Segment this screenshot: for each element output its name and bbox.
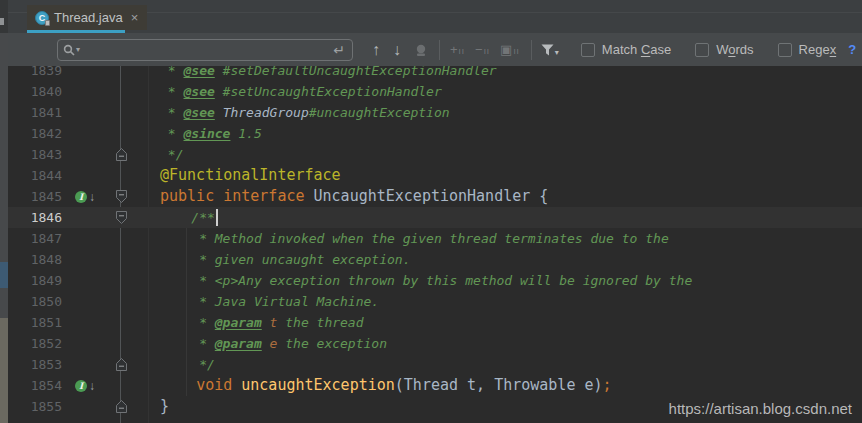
checkbox-label: Match Case xyxy=(602,42,671,57)
search-icon xyxy=(63,44,75,56)
editor-tab-bar: C Thread.java × xyxy=(8,0,862,33)
code-editor[interactable]: 1839 * @see #setDefaultUncaughtException… xyxy=(8,66,862,423)
fold-marker-icon[interactable] xyxy=(108,189,134,204)
line-number: 1843 xyxy=(8,147,62,162)
chevron-down-icon: ▾ xyxy=(555,45,559,61)
select-all-occurrences-button: ▣II xyxy=(500,42,520,57)
code-line[interactable]: 1848 * given uncaught exception. xyxy=(8,249,862,270)
fold-marker-icon[interactable] xyxy=(108,210,134,225)
line-number: 1853 xyxy=(8,357,62,372)
filter-funnel-icon xyxy=(541,44,554,56)
code-line[interactable]: 1854I↓ void uncaughtException(Thread t, … xyxy=(8,375,862,396)
search-field[interactable]: ▾ ↵ xyxy=(57,39,353,61)
background-window-strip xyxy=(0,0,8,423)
line-number: 1850 xyxy=(8,294,62,309)
gutter-icon-area[interactable]: I↓ xyxy=(62,380,108,392)
code-text[interactable]: * <p>Any exception thrown by this method… xyxy=(160,270,692,291)
watermark-url: https://artisan.blog.csdn.net xyxy=(669,400,852,417)
code-line[interactable]: 1839 * @see #setDefaultUncaughtException… xyxy=(8,66,862,81)
line-number: 1851 xyxy=(8,315,62,330)
previous-occurrence-button[interactable]: ↑ xyxy=(372,42,380,58)
checkbox-label: Words xyxy=(716,42,753,57)
gutter-icon-area[interactable]: I↓ xyxy=(62,191,108,203)
plus-icon: + xyxy=(450,42,458,57)
code-text[interactable]: * Java Virtual Machine. xyxy=(160,291,379,312)
code-line[interactable]: 1843 */ xyxy=(8,144,862,165)
code-text[interactable]: * @see ThreadGroup#uncaughtException xyxy=(160,102,450,123)
code-text[interactable]: */ xyxy=(160,354,215,375)
code-line[interactable]: 1842 * @since 1.5 xyxy=(8,123,862,144)
code-line[interactable]: 1844@FunctionalInterface xyxy=(8,165,862,186)
checkbox-icon: ▣ xyxy=(500,42,512,57)
line-number: 1842 xyxy=(8,126,62,141)
code-text[interactable]: * @param e the exception xyxy=(160,333,387,354)
find-in-selection-button[interactable] xyxy=(414,43,428,57)
checkbox-label: Regex xyxy=(799,42,837,57)
enter-icon: ↵ xyxy=(333,42,345,58)
filter-search-results-button[interactable]: ▾ xyxy=(541,39,559,61)
text-caret xyxy=(216,209,218,226)
line-number: 1852 xyxy=(8,336,62,351)
code-line[interactable]: 1850 * Java Virtual Machine. xyxy=(8,291,862,312)
code-text[interactable]: @FunctionalInterface xyxy=(160,165,341,186)
search-history-button[interactable]: ▾ xyxy=(63,44,80,56)
toolbar-separator xyxy=(439,40,440,60)
help-icon[interactable]: ? xyxy=(848,42,856,57)
regex-checkbox[interactable]: Regex xyxy=(778,42,837,57)
navigate-down-icon[interactable]: ↓ xyxy=(89,380,95,392)
tab-thread-java[interactable]: C Thread.java × xyxy=(27,5,147,30)
implemented-marker-icon[interactable]: I xyxy=(75,380,87,392)
strip-segment-top xyxy=(0,0,8,33)
remove-occurrence-button: −II xyxy=(475,42,490,57)
code-line[interactable]: 1840 * @see #setUncaughtExceptionHandler xyxy=(8,81,862,102)
line-number: 1844 xyxy=(8,168,62,183)
code-text[interactable]: * @param t the thread xyxy=(160,312,364,333)
implemented-marker-icon[interactable]: I xyxy=(75,191,87,203)
match-case-checkbox[interactable]: Match Case xyxy=(581,42,671,57)
strip-segment-olive xyxy=(0,318,8,423)
fold-marker-icon[interactable] xyxy=(108,357,134,372)
code-text[interactable]: public interface UncaughtExceptionHandle… xyxy=(160,186,548,207)
line-number: 1854 xyxy=(8,378,62,393)
add-occurrence-button: +II xyxy=(450,42,465,57)
code-text[interactable]: * @see #setDefaultUncaughtExceptionHandl… xyxy=(160,66,497,81)
code-line[interactable]: 1853 */ xyxy=(8,354,862,375)
code-line[interactable]: 1847 * Method invoked when the given thr… xyxy=(8,228,862,249)
search-input[interactable] xyxy=(80,41,333,59)
readonly-lock-icon xyxy=(45,20,50,26)
strip-segment-lower xyxy=(0,288,8,318)
tab-close-icon[interactable]: × xyxy=(131,11,139,24)
code-text[interactable]: * Method invoked when the given thread t… xyxy=(160,228,669,249)
code-line[interactable]: 1849 * <p>Any exception thrown by this m… xyxy=(8,270,862,291)
checkbox-box[interactable] xyxy=(695,43,709,57)
code-text[interactable]: * @since 1.5 xyxy=(160,123,262,144)
editor-rows: 1839 * @see #setDefaultUncaughtException… xyxy=(8,66,862,417)
checkbox-box[interactable] xyxy=(581,43,595,57)
line-number: 1848 xyxy=(8,252,62,267)
code-text[interactable]: */ xyxy=(160,144,183,165)
words-checkbox[interactable]: Words xyxy=(695,42,753,57)
line-number: 1845 xyxy=(8,189,62,204)
strip-segment-mid xyxy=(0,33,8,262)
code-line[interactable]: 1841 * @see ThreadGroup#uncaughtExceptio… xyxy=(8,102,862,123)
code-text[interactable]: * given uncaught exception. xyxy=(160,249,410,270)
line-number: 1855 xyxy=(8,399,62,414)
fold-marker-icon[interactable] xyxy=(108,147,134,162)
code-text[interactable]: * @see #setUncaughtExceptionHandler xyxy=(160,81,442,102)
code-line[interactable]: 1845I↓public interface UncaughtException… xyxy=(8,186,862,207)
code-line[interactable]: 1851 * @param t the thread xyxy=(8,312,862,333)
line-number: 1841 xyxy=(8,105,62,120)
next-occurrence-button[interactable]: ↓ xyxy=(393,42,401,58)
selection-icon xyxy=(414,43,428,57)
checkbox-box[interactable] xyxy=(778,43,792,57)
code-line[interactable]: 1846 /** xyxy=(8,207,862,228)
code-text[interactable]: /** xyxy=(160,207,218,228)
code-text[interactable]: void uncaughtException(Thread t, Throwab… xyxy=(160,375,612,396)
code-line[interactable]: 1852 * @param e the exception xyxy=(8,333,862,354)
fold-marker-icon[interactable] xyxy=(108,399,134,414)
line-number: 1847 xyxy=(8,231,62,246)
navigate-down-icon[interactable]: ↓ xyxy=(89,191,95,203)
code-text[interactable]: } xyxy=(160,396,169,417)
line-number: 1849 xyxy=(8,273,62,288)
java-class-icon: C xyxy=(35,11,49,25)
